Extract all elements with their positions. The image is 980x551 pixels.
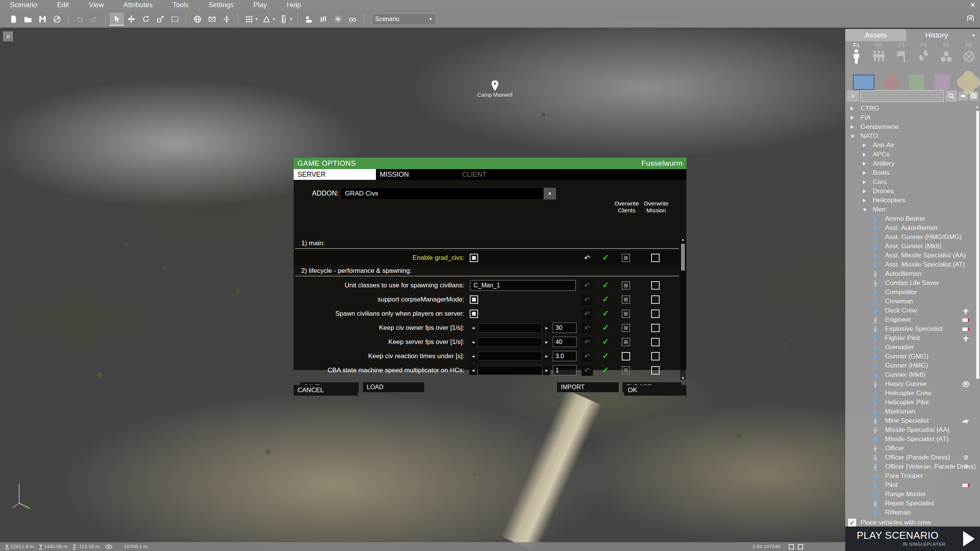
overwrite-clients-checkbox[interactable] (622, 338, 630, 346)
menu-edit[interactable]: Edit (47, 1, 79, 9)
setting-checkbox[interactable] (470, 254, 478, 262)
faction-independent[interactable] (909, 75, 924, 90)
tree-category[interactable]: Boats (845, 168, 975, 178)
slider-value-input[interactable] (553, 323, 577, 333)
scroll-down-icon[interactable]: ▼ (680, 376, 686, 380)
tree-faction[interactable]: FIA (845, 113, 975, 122)
panel-collapse-icon[interactable]: » (967, 32, 980, 39)
dialog-scrollbar[interactable]: ▲ ▼ (680, 238, 686, 380)
menu-tools[interactable]: Tools (163, 1, 199, 9)
scrollbar-thumb[interactable] (681, 244, 685, 271)
scenario-phase-select[interactable]: Scenario ▼ (372, 13, 436, 25)
addon-dropdown-button[interactable]: ▼ (544, 188, 556, 199)
walls-icon[interactable] (316, 13, 331, 26)
overwrite-clients-checkbox[interactable] (622, 366, 630, 375)
unit-classes-input[interactable] (470, 280, 576, 291)
undo-icon[interactable]: ↶ (581, 295, 593, 305)
slider-right-arrow[interactable]: ▶ (543, 323, 550, 333)
mode-objects-f5[interactable]: F5 (935, 41, 958, 70)
slider-right-arrow[interactable]: ▶ (543, 337, 550, 347)
tree-faction[interactable]: Gendarmerie (845, 122, 975, 132)
tab-assets[interactable]: Assets (845, 29, 906, 41)
menu-help[interactable]: Help (277, 1, 311, 9)
unit-item[interactable]: Asst. Gunner (Mk6) (845, 242, 975, 251)
open-folder-icon[interactable] (21, 13, 35, 26)
overwrite-mission-checkbox[interactable] (651, 366, 660, 375)
unit-item[interactable]: Mine Specialist (845, 416, 975, 425)
overwrite-clients-checkbox[interactable] (622, 324, 630, 332)
faction-empty[interactable] (960, 74, 977, 91)
collapse-all-icon[interactable] (959, 91, 968, 101)
overwrite-clients-checkbox[interactable] (622, 254, 630, 262)
tab-history[interactable]: History (906, 29, 967, 41)
unit-item[interactable]: Officer (Parade Dress) ⚙ (845, 453, 975, 462)
unit-item[interactable]: Rifleman (845, 508, 975, 517)
unit-item[interactable]: Grenadier (845, 343, 975, 352)
binoculars-icon[interactable] (345, 13, 360, 26)
menu-scenario[interactable]: Scenario (0, 1, 47, 9)
overwrite-mission-checkbox[interactable] (651, 310, 660, 318)
slider-left-arrow[interactable]: ◀ (469, 323, 477, 333)
tree-category[interactable]: Anti-Air (845, 141, 975, 150)
load-button[interactable]: LOAD (363, 382, 424, 392)
slider-right-arrow[interactable]: ▶ (543, 366, 550, 375)
undo-icon[interactable]: ↶ (581, 253, 593, 263)
place-vehicles-checkbox[interactable]: ✓ (848, 518, 857, 527)
undo-icon[interactable]: ↶ (581, 309, 593, 319)
unit-item[interactable]: Explosive Specialist (845, 324, 975, 334)
overwrite-mission-checkbox[interactable] (651, 295, 660, 304)
unit-item[interactable]: Competitor (845, 288, 975, 297)
unit-item[interactable]: Repair Specialist (845, 499, 975, 508)
undo-icon[interactable]: ↶ (581, 323, 593, 333)
undo-icon[interactable] (72, 13, 87, 26)
tab-client[interactable]: CLIENT (458, 169, 541, 180)
import-button[interactable]: IMPORT (557, 382, 619, 392)
mode-waypoints-f4[interactable]: F4 (913, 41, 935, 70)
cancel-button[interactable]: CANCEL (294, 385, 358, 396)
unit-item[interactable]: Asst. Missile Specialist (AT) (845, 260, 975, 269)
translate-icon[interactable] (124, 13, 139, 26)
walk-toggle-icon[interactable] (789, 544, 794, 549)
unit-item[interactable]: Engineer (845, 315, 975, 324)
unit-item[interactable]: Gunner (HMG) (845, 361, 975, 370)
unit-item[interactable]: Missile Specialist (AA) (845, 425, 975, 435)
unit-item[interactable]: Officer (845, 444, 975, 453)
overwrite-clients-checkbox[interactable] (622, 310, 630, 318)
close-button[interactable]: ✕ (967, 1, 978, 9)
overwrite-clients-checkbox[interactable] (622, 281, 630, 290)
unit-item[interactable]: Asst. Missile Specialist (AA) (845, 251, 975, 260)
unit-item[interactable]: Pilot (845, 481, 975, 490)
slider-value-input[interactable] (553, 337, 577, 347)
grid-snap-icon[interactable] (242, 13, 256, 26)
slider-value-input[interactable] (553, 365, 577, 375)
tree-faction[interactable]: CTRG (845, 104, 975, 113)
setting-checkbox[interactable] (470, 295, 478, 304)
unit-item[interactable]: Helicopter Crew (845, 389, 975, 398)
overwrite-mission-checkbox[interactable] (651, 352, 660, 360)
workshop-icon[interactable] (963, 12, 978, 25)
unit-item[interactable]: Gunner (GMG) (845, 352, 975, 361)
weather-icon[interactable] (302, 13, 316, 26)
unit-item[interactable]: Marksman (845, 407, 975, 416)
slider-track[interactable] (478, 323, 542, 333)
slider-left-arrow[interactable]: ◀ (469, 352, 477, 361)
faction-blufor[interactable] (853, 75, 874, 90)
faction-civilian[interactable] (934, 75, 950, 90)
unit-item[interactable]: Crewman (845, 297, 975, 306)
expand-all-icon[interactable] (969, 91, 978, 101)
undo-icon[interactable]: ↶ (581, 280, 593, 291)
unit-item[interactable]: Heavy Gunner (845, 380, 975, 389)
unit-item[interactable]: Para Trooper (845, 471, 975, 481)
steam-icon[interactable] (50, 13, 64, 26)
ruler-icon[interactable] (276, 13, 291, 26)
tree-category[interactable]: Artillery (845, 159, 975, 168)
unit-item[interactable]: Ammo Bearer (845, 214, 975, 223)
export-terrain-icon[interactable] (205, 13, 219, 26)
tab-server[interactable]: SERVER (294, 169, 376, 180)
new-file-icon[interactable] (6, 13, 21, 26)
tree-category[interactable]: Men (845, 205, 975, 214)
unit-item[interactable]: Asst. Gunner (HMG/GMG) (845, 233, 975, 242)
undo-icon[interactable]: ↶ (581, 337, 593, 347)
search-icon[interactable] (946, 90, 957, 102)
faction-opfor[interactable] (882, 73, 901, 92)
